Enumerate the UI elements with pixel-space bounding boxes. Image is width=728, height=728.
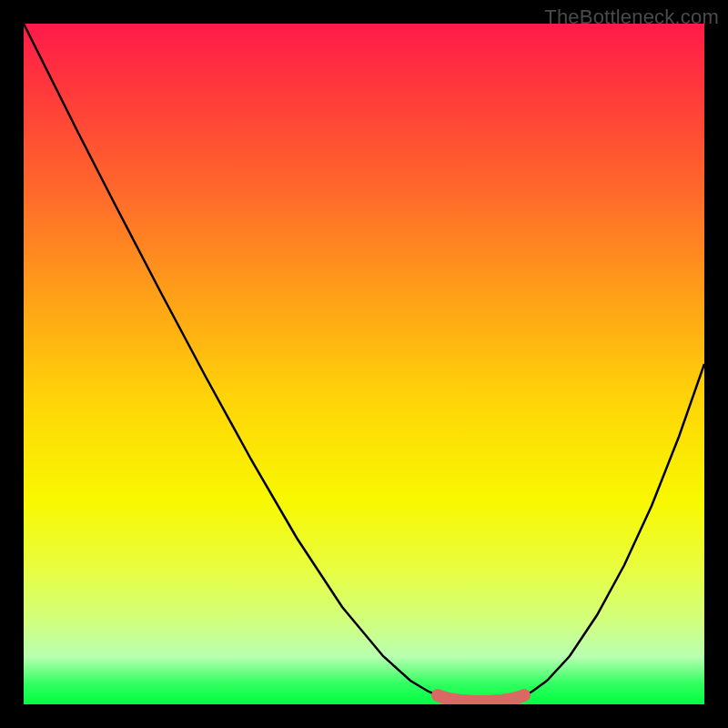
chart-container: TheBottleneck.com <box>0 0 728 728</box>
curve-layer <box>24 24 704 704</box>
plot-area <box>24 24 704 704</box>
bottleneck-curve <box>24 24 704 702</box>
highlight-segment <box>438 695 524 702</box>
watermark-text: TheBottleneck.com <box>544 5 719 29</box>
